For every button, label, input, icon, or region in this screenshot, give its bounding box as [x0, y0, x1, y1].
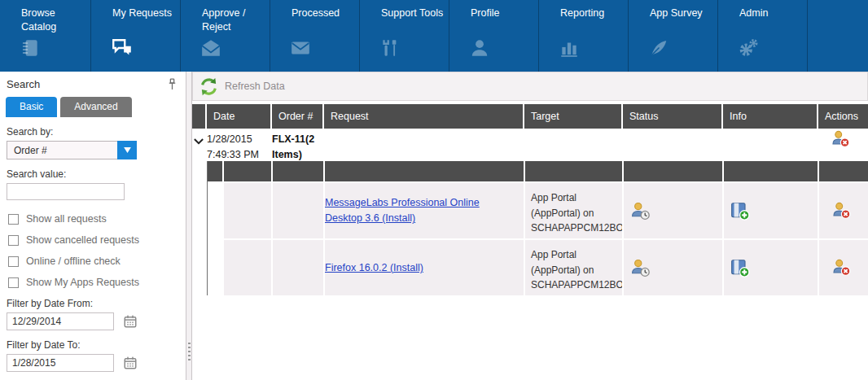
- top-navigation: Browse Catalog My Requests Approve / Rej…: [0, 0, 868, 72]
- row-info-cell: [724, 240, 818, 295]
- request-item-row: MessageLabs Professional Online Desktop …: [208, 183, 868, 238]
- panel-splitter[interactable]: [186, 72, 192, 380]
- row-actions-cell: [819, 240, 868, 295]
- nav-item-processed[interactable]: Processed: [270, 0, 360, 72]
- request-link[interactable]: MessageLabs Professional Online Desktop …: [325, 195, 504, 226]
- tab-basic[interactable]: Basic: [6, 97, 57, 117]
- column-header-actions[interactable]: Actions: [818, 104, 868, 129]
- tab-advanced[interactable]: Advanced: [60, 97, 131, 117]
- group-info-cell: [723, 129, 817, 163]
- date-from-label: Filter by Date From:: [7, 298, 179, 309]
- column-header-request[interactable]: Request: [324, 104, 523, 129]
- checkbox-show-cancelled-requests[interactable]: Show cancelled requests: [8, 234, 178, 246]
- nav-item-label: Browse Catalog: [21, 7, 90, 34]
- row-target-cell: App Portal (AppPortal) on SCHAPAPPCM12BO…: [525, 183, 622, 238]
- request-link[interactable]: Firefox 16.0.2 (Install): [325, 260, 423, 276]
- nav-item-label: Support Tools: [381, 7, 449, 20]
- nav-filler: [808, 0, 868, 72]
- group-actions-cell: [818, 129, 868, 163]
- group-status-cell: [623, 129, 721, 163]
- checkbox-input[interactable]: [8, 256, 19, 267]
- cancel-request-icon[interactable]: [832, 259, 852, 277]
- row-status-cell: [624, 240, 722, 295]
- search-by-label: Search by:: [7, 126, 179, 138]
- search-value-label: Search value:: [7, 168, 179, 180]
- expand-column-header: [192, 104, 205, 129]
- user-status-pending-icon: [630, 259, 651, 277]
- subgrid-header-cell: [819, 161, 868, 181]
- date-from-input[interactable]: [7, 312, 114, 330]
- row-indent-cell: [208, 240, 222, 295]
- user-status-pending-icon: [630, 202, 651, 221]
- nav-item-profile[interactable]: Profile: [449, 0, 539, 72]
- order-items-subgrid: MessageLabs Professional Online Desktop …: [207, 161, 868, 295]
- search-panel: Search Basic Advanced Search by: Order #…: [0, 72, 186, 380]
- nav-item-reporting[interactable]: Reporting: [539, 0, 629, 72]
- refresh-data-button[interactable]: Refresh Data: [192, 72, 868, 101]
- search-value-input[interactable]: [7, 183, 125, 200]
- processed-icon: [290, 37, 311, 62]
- search-by-selected-value: Order #: [7, 141, 117, 159]
- row-order-cell: [273, 240, 323, 295]
- column-header-date[interactable]: Date: [207, 104, 270, 129]
- checkbox-show-my-apps-requests[interactable]: Show My Apps Requests: [8, 277, 178, 288]
- support-tools-icon: [379, 37, 401, 62]
- refresh-icon: [199, 76, 219, 97]
- column-header-status[interactable]: Status: [623, 104, 721, 129]
- pin-icon[interactable]: [167, 78, 178, 90]
- search-by-dropdown[interactable]: Order #: [7, 141, 137, 159]
- nav-item-my-requests[interactable]: My Requests: [91, 0, 181, 72]
- cancel-request-icon[interactable]: [832, 202, 852, 220]
- date-to-input[interactable]: [7, 354, 114, 372]
- subgrid-header-cell: [724, 161, 818, 181]
- order-group-row: 1/28/2015 7:49:33 PM FLX-11(2 Items): [192, 129, 868, 161]
- row-request-cell: Firefox 16.0.2 (Install): [325, 240, 524, 295]
- calendar-icon[interactable]: [123, 356, 138, 370]
- admin-icon: [738, 37, 759, 62]
- checkbox-label: Show My Apps Requests: [26, 277, 139, 288]
- nav-item-approve-reject[interactable]: Approve / Reject: [181, 0, 270, 72]
- checkbox-online-offline-check[interactable]: Online / offline check: [8, 256, 178, 267]
- row-order-cell: [273, 183, 323, 238]
- checkbox-label: Online / offline check: [26, 256, 121, 267]
- install-package-icon[interactable]: [730, 259, 750, 277]
- checkbox-input[interactable]: [8, 235, 19, 246]
- row-date-cell: [224, 240, 271, 295]
- cancel-request-icon[interactable]: [831, 130, 851, 163]
- splitter-grip-icon[interactable]: [188, 343, 191, 362]
- subgrid-header-cell: [525, 161, 622, 181]
- nav-item-label: Profile: [471, 7, 538, 20]
- row-status-cell: [624, 183, 722, 238]
- nav-item-admin[interactable]: Admin: [718, 0, 808, 72]
- app-survey-icon: [648, 37, 669, 62]
- group-order-number: FLX-11(2 Items): [272, 129, 322, 163]
- nav-item-app-survey[interactable]: App Survey: [629, 0, 718, 72]
- column-header-target[interactable]: Target: [524, 104, 621, 129]
- group-target-cell: [524, 129, 621, 163]
- checkbox-input[interactable]: [8, 277, 19, 288]
- column-header-order[interactable]: Order #: [272, 104, 322, 129]
- chevron-down-icon[interactable]: [117, 141, 137, 159]
- collapse-group-icon[interactable]: [192, 129, 205, 163]
- subgrid-header-cell: [325, 161, 524, 181]
- checkbox-show-all-requests[interactable]: Show all requests: [8, 213, 178, 225]
- group-date: 1/28/2015 7:49:33 PM: [207, 129, 270, 163]
- my-requests-icon: [111, 37, 134, 62]
- nav-item-browse-catalog[interactable]: Browse Catalog: [0, 0, 91, 72]
- search-tabs: Basic Advanced: [0, 94, 186, 117]
- install-package-icon[interactable]: [730, 202, 750, 221]
- date-to-label: Filter by Date To:: [7, 339, 179, 351]
- nav-item-label: Reporting: [560, 7, 628, 20]
- checkbox-input[interactable]: [8, 214, 19, 225]
- calendar-icon[interactable]: [123, 314, 138, 329]
- row-request-cell: MessageLabs Professional Online Desktop …: [325, 183, 524, 238]
- nav-item-label: Approve / Reject: [202, 7, 270, 34]
- column-header-info[interactable]: Info: [723, 104, 817, 129]
- approve-reject-icon: [200, 37, 221, 62]
- subgrid-header-cell: [273, 161, 323, 181]
- nav-item-label: My Requests: [112, 7, 180, 20]
- row-target-cell: App Portal (AppPortal) on SCHAPAPPCM12BO…: [525, 240, 622, 295]
- nav-item-support-tools[interactable]: Support Tools: [360, 0, 449, 72]
- checkbox-label: Show cancelled requests: [26, 234, 139, 246]
- subgrid-header-cell: [208, 161, 222, 181]
